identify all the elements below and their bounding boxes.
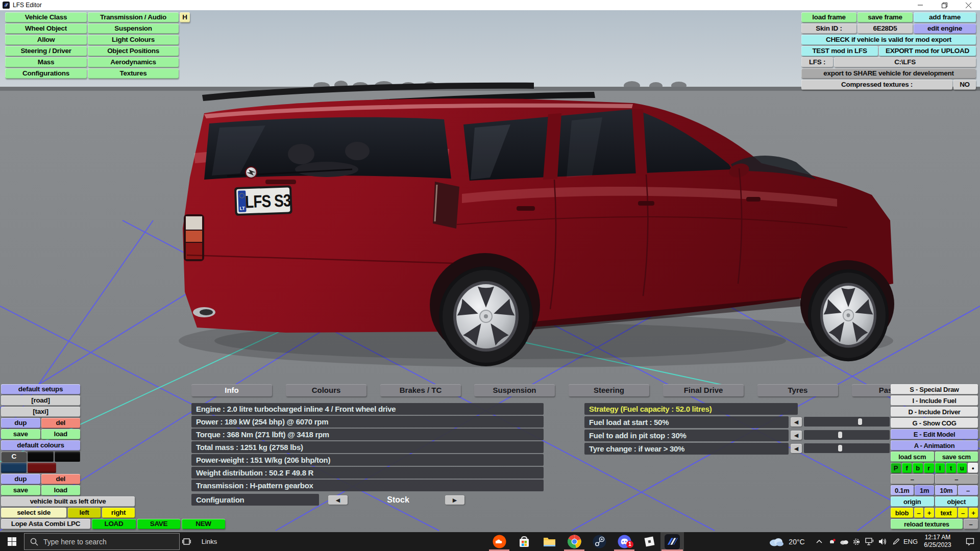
save-scm-button[interactable]: save scm: [935, 452, 978, 462]
wheel-key-l[interactable]: l: [935, 463, 945, 473]
scale-1m-button[interactable]: 1m: [915, 485, 935, 495]
lfs-path-value[interactable]: C:\LFS: [834, 57, 976, 67]
default-setups-button[interactable]: default setups: [1, 384, 80, 394]
discord-icon[interactable]: 1: [613, 532, 635, 551]
add-frame-button[interactable]: add frame: [914, 12, 976, 22]
menu-light-colours[interactable]: Light Colours: [88, 35, 179, 45]
colour-swatch-black-1[interactable]: [28, 452, 53, 462]
check-valid-button[interactable]: CHECK if vehicle is valid for mod export: [801, 35, 976, 45]
scale-01m-button[interactable]: 0.1m: [891, 485, 914, 495]
side-left-button[interactable]: left: [68, 508, 101, 518]
roblox-icon[interactable]: [638, 532, 660, 551]
include-fuel-button[interactable]: I - Include Fuel: [891, 395, 978, 406]
blob-plus-button[interactable]: +: [924, 508, 934, 518]
colour-load-button[interactable]: load: [41, 485, 81, 495]
colour-swatch-black-2[interactable]: [55, 452, 80, 462]
scale-minus-button[interactable]: –: [958, 485, 978, 495]
origin-button[interactable]: origin: [891, 496, 934, 507]
object-button[interactable]: object: [935, 496, 978, 507]
wheel-key-f[interactable]: f: [902, 463, 912, 473]
include-driver-button[interactable]: D - Include Driver: [891, 407, 978, 417]
tyre-change-decrease-button[interactable]: ◀: [791, 444, 802, 453]
temperature-label[interactable]: 20°C: [786, 532, 807, 551]
menu-mass[interactable]: Mass: [5, 57, 87, 67]
menu-steering-driver[interactable]: Steering / Driver: [5, 46, 87, 56]
colour-del-button[interactable]: del: [41, 474, 81, 484]
vehicle-name[interactable]: Lope Asta Combi LPC: [1, 519, 90, 529]
reload-textures-button[interactable]: reload textures: [891, 519, 963, 529]
colour-dup-button[interactable]: dup: [1, 474, 40, 484]
tab-suspension[interactable]: Suspension: [474, 384, 555, 396]
menu-hotkey-h[interactable]: H: [180, 12, 190, 22]
action-center-icon[interactable]: [960, 532, 980, 551]
tray-volume-icon[interactable]: [876, 532, 889, 551]
setup-load-button[interactable]: load: [41, 429, 81, 439]
colour-swatch-blue[interactable]: [1, 463, 27, 473]
tray-chevron-up-icon[interactable]: [813, 532, 826, 551]
soundcloud-icon[interactable]: [488, 532, 510, 551]
text-plus-button[interactable]: +: [969, 508, 978, 518]
minus-a-button[interactable]: –: [891, 474, 934, 484]
links-toolbar[interactable]: Links: [198, 532, 220, 551]
file-explorer-icon[interactable]: [538, 532, 560, 551]
share-vehicle-button[interactable]: export to SHARE vehicle for development: [801, 68, 976, 79]
compressed-textures-toggle[interactable]: NO: [953, 80, 976, 90]
tray-pen-icon[interactable]: [889, 532, 902, 551]
menu-allow[interactable]: Allow: [5, 35, 87, 45]
export-mod-button[interactable]: EXPORT mod for UPLOAD: [879, 46, 976, 56]
load-vehicle-button[interactable]: LOAD: [92, 519, 136, 529]
edit-engine-button[interactable]: edit engine: [914, 23, 976, 34]
wheel-key-p[interactable]: P: [891, 463, 901, 473]
colour-swatch-red[interactable]: [28, 463, 57, 473]
pit-fuel-slider[interactable]: [804, 430, 890, 440]
language-indicator[interactable]: ENG: [901, 532, 920, 551]
tyre-change-slider-thumb[interactable]: [838, 445, 842, 452]
configuration-prev-button[interactable]: ◀: [328, 495, 348, 505]
pit-fuel-decrease-button[interactable]: ◀: [791, 431, 802, 440]
scale-10m-button[interactable]: 10m: [935, 485, 957, 495]
tab-final-drive[interactable]: Final Drive: [663, 384, 744, 396]
setup-taxi-button[interactable]: [taxi]: [1, 407, 80, 417]
setup-road-button[interactable]: [road]: [1, 395, 80, 406]
restore-button[interactable]: [933, 0, 956, 10]
skin-id-value[interactable]: 6E28D5: [857, 23, 913, 34]
menu-configurations[interactable]: Configurations: [5, 68, 87, 79]
steam-icon[interactable]: [588, 532, 610, 551]
menu-wheel-object[interactable]: Wheel Object: [5, 23, 87, 34]
minimize-button[interactable]: [909, 0, 932, 10]
lfs-editor-taskbar-icon[interactable]: [660, 532, 684, 551]
colour-c-button[interactable]: C: [1, 452, 27, 462]
wheel-key-b[interactable]: b: [913, 463, 923, 473]
fuel-load-decrease-button[interactable]: ◀: [791, 417, 802, 427]
text-button[interactable]: text: [935, 508, 958, 518]
colour-save-button[interactable]: save: [1, 485, 40, 495]
new-vehicle-button[interactable]: NEW: [182, 519, 225, 529]
animation-button[interactable]: A - Animation: [891, 440, 978, 450]
pit-fuel-slider-thumb[interactable]: [838, 432, 842, 438]
chrome-icon[interactable]: [563, 532, 585, 551]
default-colours-button[interactable]: default colours: [1, 440, 80, 450]
load-frame-button[interactable]: load frame: [801, 12, 856, 22]
task-view-button[interactable]: [176, 532, 197, 551]
fuel-load-slider[interactable]: [804, 417, 890, 427]
select-side-button[interactable]: select side: [1, 508, 66, 518]
weather-cloud-icon[interactable]: [767, 532, 786, 551]
tyre-change-slider[interactable]: [804, 443, 890, 453]
tray-network-icon[interactable]: [863, 532, 876, 551]
start-button[interactable]: [0, 532, 24, 551]
test-mod-button[interactable]: TEST mod in LFS: [801, 46, 878, 56]
tab-steering[interactable]: Steering: [569, 384, 649, 396]
show-cog-button[interactable]: G - Show COG: [891, 418, 978, 428]
reload-minus-button[interactable]: –: [964, 519, 978, 529]
taskbar-clock[interactable]: 12:17 AM 6/25/2023: [919, 534, 957, 549]
save-vehicle-button[interactable]: SAVE: [137, 519, 180, 529]
menu-textures[interactable]: Textures: [88, 68, 179, 79]
tab-tyres[interactable]: Tyres: [757, 384, 838, 396]
menu-suspension[interactable]: Suspension: [88, 23, 179, 34]
tray-meet-now-icon[interactable]: [850, 532, 863, 551]
menu-aerodynamics[interactable]: Aerodynamics: [88, 57, 179, 67]
text-minus-button[interactable]: –: [958, 508, 967, 518]
tab-brakes-tc[interactable]: Brakes / TC: [380, 384, 461, 396]
save-frame-button[interactable]: save frame: [857, 12, 913, 22]
setup-del-button[interactable]: del: [41, 418, 81, 428]
